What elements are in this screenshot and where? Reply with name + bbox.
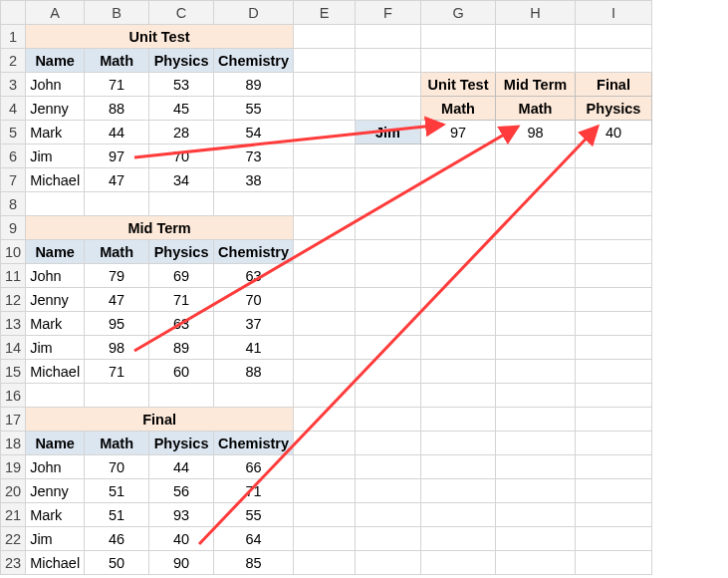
col-header-C[interactable]: C xyxy=(149,1,214,25)
cell[interactable] xyxy=(356,144,421,168)
row-header-9[interactable]: 9 xyxy=(1,216,26,240)
row-header-4[interactable]: 4 xyxy=(1,97,26,121)
cell[interactable] xyxy=(356,360,421,384)
final-hdr-math[interactable]: Math xyxy=(85,432,149,455)
cell[interactable] xyxy=(294,192,356,216)
cell[interactable] xyxy=(576,25,652,49)
cell[interactable] xyxy=(576,240,652,264)
cell[interactable] xyxy=(294,551,356,575)
cell[interactable] xyxy=(576,479,652,503)
mid-term-math-3[interactable]: 98 xyxy=(85,336,149,360)
unit-test-math-1[interactable]: 88 xyxy=(85,97,149,121)
unit-test-math-3[interactable]: 97 xyxy=(85,144,149,168)
final-physics-0[interactable]: 44 xyxy=(149,455,214,479)
unit-test-name-2[interactable]: Mark xyxy=(26,121,85,144)
cell[interactable] xyxy=(294,408,356,432)
final-physics-1[interactable]: 56 xyxy=(149,479,214,503)
cell[interactable] xyxy=(356,288,421,312)
unit-test-hdr-math[interactable]: Math xyxy=(85,49,149,73)
cell[interactable] xyxy=(576,360,652,384)
row-header-23[interactable]: 23 xyxy=(1,551,26,575)
row-header-10[interactable]: 10 xyxy=(1,240,26,264)
unit-test-hdr-name[interactable]: Name xyxy=(26,49,85,73)
cell[interactable] xyxy=(496,408,576,432)
final-name-2[interactable]: Mark xyxy=(26,503,85,527)
mid-term-hdr-name[interactable]: Name xyxy=(26,240,85,264)
col-header-F[interactable]: F xyxy=(356,1,421,25)
cell[interactable] xyxy=(294,264,356,288)
cell[interactable] xyxy=(421,336,496,360)
mid-term-hdr-math[interactable]: Math xyxy=(85,240,149,264)
cell[interactable] xyxy=(356,97,421,121)
lookup-hdr-2[interactable]: Final xyxy=(576,73,652,97)
cell[interactable] xyxy=(85,384,149,408)
cell[interactable] xyxy=(294,144,356,168)
final-hdr-name[interactable]: Name xyxy=(26,432,85,455)
mid-term-physics-0[interactable]: 69 xyxy=(149,264,214,288)
lookup-hdr-0[interactable]: Unit Test xyxy=(421,73,496,97)
cell[interactable] xyxy=(214,192,294,216)
cell[interactable] xyxy=(496,288,576,312)
cell[interactable] xyxy=(421,192,496,216)
row-header-6[interactable]: 6 xyxy=(1,144,26,168)
cell[interactable] xyxy=(26,192,85,216)
final-title[interactable]: Final xyxy=(26,408,294,432)
cell[interactable] xyxy=(496,455,576,479)
cell[interactable] xyxy=(85,192,149,216)
cell[interactable] xyxy=(294,216,356,240)
cell[interactable] xyxy=(496,49,576,73)
unit-test-chem-3[interactable]: 73 xyxy=(214,144,294,168)
cell[interactable] xyxy=(214,384,294,408)
cell[interactable] xyxy=(421,432,496,455)
cell[interactable] xyxy=(294,49,356,73)
row-header-14[interactable]: 14 xyxy=(1,336,26,360)
unit-test-physics-4[interactable]: 34 xyxy=(149,168,214,192)
final-name-0[interactable]: John xyxy=(26,455,85,479)
final-math-0[interactable]: 70 xyxy=(85,455,149,479)
cell[interactable] xyxy=(356,168,421,192)
final-physics-4[interactable]: 90 xyxy=(149,551,214,575)
row-header-1[interactable]: 1 xyxy=(1,25,26,49)
mid-term-chem-2[interactable]: 37 xyxy=(214,312,294,336)
unit-test-math-2[interactable]: 44 xyxy=(85,121,149,144)
unit-test-chem-2[interactable]: 54 xyxy=(214,121,294,144)
cell[interactable] xyxy=(576,312,652,336)
mid-term-name-4[interactable]: Michael xyxy=(26,360,85,384)
cell[interactable] xyxy=(356,432,421,455)
cell[interactable] xyxy=(421,527,496,551)
mid-term-hdr-chemistry[interactable]: Chemistry xyxy=(214,240,294,264)
mid-term-physics-3[interactable]: 89 xyxy=(149,336,214,360)
unit-test-name-4[interactable]: Michael xyxy=(26,168,85,192)
spreadsheet-grid[interactable]: A B C D E F G H I 1 Unit Test 2 Name Mat… xyxy=(0,0,652,575)
lookup-val-2[interactable]: 40 xyxy=(576,121,652,144)
unit-test-chem-0[interactable]: 89 xyxy=(214,73,294,97)
cell[interactable] xyxy=(294,432,356,455)
cell[interactable] xyxy=(356,192,421,216)
cell[interactable] xyxy=(294,25,356,49)
row-header-7[interactable]: 7 xyxy=(1,168,26,192)
cell[interactable] xyxy=(576,192,652,216)
cell[interactable] xyxy=(496,432,576,455)
mid-term-chem-0[interactable]: 63 xyxy=(214,264,294,288)
cell[interactable] xyxy=(496,240,576,264)
cell[interactable] xyxy=(356,455,421,479)
cell[interactable] xyxy=(356,264,421,288)
final-physics-3[interactable]: 40 xyxy=(149,527,214,551)
col-header-G[interactable]: G xyxy=(421,1,496,25)
mid-term-chem-3[interactable]: 41 xyxy=(214,336,294,360)
unit-test-name-0[interactable]: John xyxy=(26,73,85,97)
row-header-11[interactable]: 11 xyxy=(1,264,26,288)
cell[interactable] xyxy=(496,384,576,408)
final-math-4[interactable]: 50 xyxy=(85,551,149,575)
cell[interactable] xyxy=(496,25,576,49)
final-chem-3[interactable]: 64 xyxy=(214,527,294,551)
cell[interactable] xyxy=(294,312,356,336)
cell[interactable] xyxy=(421,479,496,503)
cell[interactable] xyxy=(576,551,652,575)
cell[interactable] xyxy=(294,73,356,97)
mid-term-chem-1[interactable]: 70 xyxy=(214,288,294,312)
final-chem-0[interactable]: 66 xyxy=(214,455,294,479)
cell[interactable] xyxy=(576,144,652,168)
cell[interactable] xyxy=(421,49,496,73)
cell[interactable] xyxy=(294,168,356,192)
